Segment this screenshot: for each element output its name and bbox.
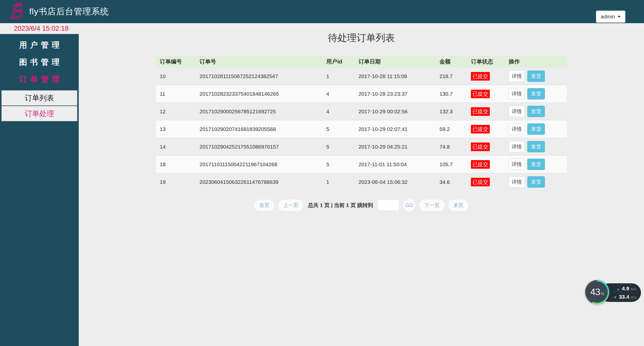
cell-order-date: 2017-10-29 04:25:21 <box>355 138 436 156</box>
orders-body: 1020171028111506725212438254712017-10-28… <box>156 67 567 191</box>
detail-button[interactable]: 详情 <box>509 106 525 117</box>
cell-order-date: 2023-06-04 15:06:32 <box>355 173 436 191</box>
cell-user-id: 5 <box>323 156 355 173</box>
main-layout: 2023/6/4 15:02:18 用户管理 图书管理 订单管理 订单列表 订单… <box>0 23 644 346</box>
cell-amount: 132.3 <box>436 103 467 120</box>
orders-table: 订单编号 订单号 用户id 订单日期 金额 订单状态 操作 1020171028… <box>156 56 567 191</box>
table-row: 122017102900025678512169272542017-10-29 … <box>156 103 567 120</box>
table-row: 1920230604150632261147678863912023-06-04… <box>156 173 567 191</box>
status-badge: 已提交 <box>471 72 490 81</box>
sidebar-item-book-management[interactable]: 图书管理 <box>0 54 79 71</box>
current-datetime: 2023/6/4 15:02:18 <box>0 23 79 34</box>
cell-order-no: 201710290425217551086970157 <box>196 138 323 156</box>
cell-actions: 详情发货 <box>505 103 567 120</box>
cell-order-no: 201710281115067252124382547 <box>196 67 323 85</box>
column-header-order-no: 订单号 <box>196 56 323 67</box>
table-row: 1420171029042521755108697015752017-10-29… <box>156 138 567 156</box>
detail-button[interactable]: 详情 <box>509 71 525 82</box>
upload-speed-value: 4.9 <box>622 286 629 292</box>
column-header-status: 订单状态 <box>467 56 505 67</box>
cell-order-id: 11 <box>156 85 196 103</box>
cell-order-id: 10 <box>156 67 196 85</box>
caret-down-icon <box>618 16 621 18</box>
bookstore-logo-icon: B <box>9 2 23 22</box>
column-header-order-id: 订单编号 <box>156 56 196 67</box>
cell-amount: 105.7 <box>436 156 467 173</box>
ship-button[interactable]: 发货 <box>527 123 545 135</box>
upload-speed-unit: K/s <box>631 287 636 291</box>
status-badge: 已提交 <box>471 178 490 186</box>
sidebar-item-order-management[interactable]: 订单管理 <box>0 71 79 88</box>
go-button[interactable]: GO <box>403 199 416 212</box>
pagination: 首页 上一页 总共 1 页 | 当前 1 页 跳转到 GO 下一页 末页 <box>79 199 644 212</box>
cell-order-no: 202306041506322611476788639 <box>196 173 323 191</box>
page-jump-input[interactable] <box>377 200 399 211</box>
cell-status: 已提交 <box>467 156 505 173</box>
last-page-button[interactable]: 末页 <box>448 199 469 212</box>
cell-user-id: 1 <box>323 67 355 85</box>
status-badge: 已提交 <box>471 143 490 151</box>
column-header-user-id: 用户id <box>323 56 355 67</box>
detail-button[interactable]: 详情 <box>509 176 525 188</box>
order-submenu: 订单列表 订单处理 <box>2 90 77 121</box>
cell-order-date: 2017-10-28 11:15:06 <box>355 67 436 85</box>
status-badge: 已提交 <box>471 160 490 169</box>
ship-button[interactable]: 发货 <box>527 106 545 117</box>
status-badge: 已提交 <box>471 90 490 98</box>
cell-status: 已提交 <box>467 173 505 191</box>
cell-user-id: 5 <box>323 120 355 138</box>
status-badge: 已提交 <box>471 125 490 133</box>
ship-button[interactable]: 发货 <box>527 88 545 99</box>
cell-actions: 详情发货 <box>505 138 567 156</box>
download-arrow-icon: ▼ <box>614 295 617 299</box>
cell-order-id: 18 <box>156 156 196 173</box>
cell-order-id: 13 <box>156 120 196 138</box>
cell-order-id: 19 <box>156 173 196 191</box>
page-summary: 总共 1 页 | 当前 1 页 跳转到 <box>308 202 373 209</box>
cell-amount: 218.7 <box>436 67 467 85</box>
user-menu-button[interactable]: admin <box>596 11 625 23</box>
download-speed-value: 33.4 <box>619 294 629 300</box>
left-column: 2023/6/4 15:02:18 用户管理 图书管理 订单管理 订单列表 订单… <box>0 23 79 346</box>
status-badge: 已提交 <box>471 107 490 116</box>
ship-button[interactable]: 发货 <box>527 176 545 188</box>
table-row: 1020171028111506725212438254712017-10-28… <box>156 67 567 85</box>
app-title: fly书店后台管理系统 <box>29 6 109 17</box>
percent-circle-inner: 43 % <box>587 282 608 303</box>
detail-button[interactable]: 详情 <box>509 159 525 170</box>
page-title: 待处理订单列表 <box>79 31 644 45</box>
cell-actions: 详情发货 <box>505 85 567 103</box>
submenu-item-order-list[interactable]: 订单列表 <box>2 90 77 106</box>
cell-actions: 详情发货 <box>505 67 567 85</box>
download-speed-unit: K/s <box>631 295 636 299</box>
next-page-button[interactable]: 下一页 <box>419 199 445 212</box>
cell-amount: 130.7 <box>436 85 467 103</box>
prev-page-button[interactable]: 上一页 <box>278 199 304 212</box>
cell-status: 已提交 <box>467 138 505 156</box>
column-header-order-date: 订单日期 <box>355 56 436 67</box>
cell-order-id: 12 <box>156 103 196 120</box>
ship-button[interactable]: 发货 <box>527 71 545 82</box>
ship-button[interactable]: 发货 <box>527 141 545 152</box>
cell-order-date: 2017-10-29 00:02:56 <box>355 103 436 120</box>
cell-amount: 34.6 <box>436 173 467 191</box>
detail-button[interactable]: 详情 <box>509 88 525 99</box>
percent-circle[interactable]: 43 % <box>585 280 609 304</box>
cell-status: 已提交 <box>467 103 505 120</box>
cell-status: 已提交 <box>467 85 505 103</box>
detail-button[interactable]: 详情 <box>509 123 525 135</box>
column-header-actions: 操作 <box>505 56 567 67</box>
cell-actions: 详情发货 <box>505 173 567 191</box>
first-page-button[interactable]: 首页 <box>254 199 275 212</box>
content-area: 待处理订单列表 订单编号 订单号 用户id 订单日期 金额 <box>79 23 644 346</box>
submenu-item-order-process[interactable]: 订单处理 <box>2 106 77 121</box>
detail-button[interactable]: 详情 <box>509 141 525 152</box>
cell-order-date: 2017-10-28 23:23:37 <box>355 85 436 103</box>
cell-order-no: 201710282323375401848146265 <box>196 85 323 103</box>
cell-order-date: 2017-10-29 02:07:41 <box>355 120 436 138</box>
cell-user-id: 5 <box>323 138 355 156</box>
sidebar-item-user-management[interactable]: 用户管理 <box>0 37 79 54</box>
cell-order-no: 201711011150042211967104268 <box>196 156 323 173</box>
ship-button[interactable]: 发货 <box>527 159 545 170</box>
cell-order-id: 14 <box>156 138 196 156</box>
